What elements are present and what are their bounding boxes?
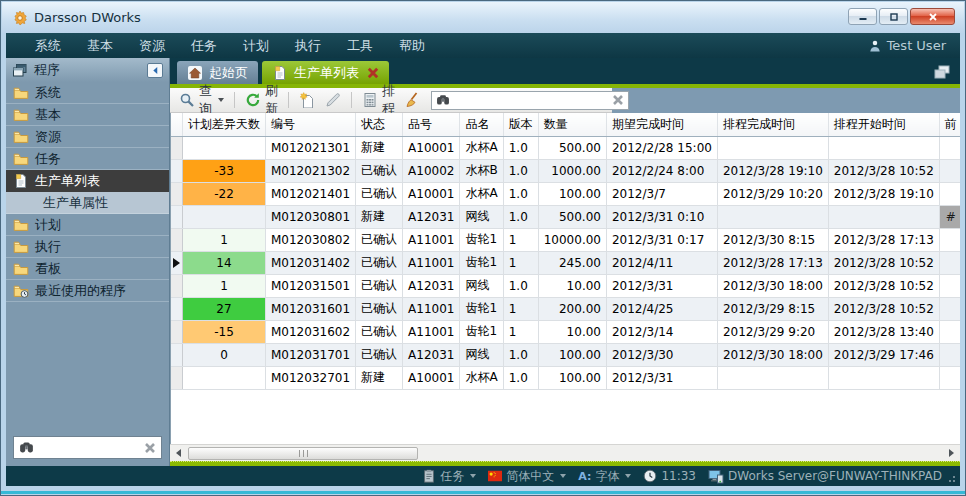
table-row[interactable]: 1M012030802已确认A11001齿轮1110000.002012/3/3… xyxy=(171,228,960,251)
cell[interactable]: 500.00 xyxy=(538,205,606,228)
column-header[interactable]: 排程完成时间 xyxy=(717,113,828,136)
table-search-input[interactable] xyxy=(454,92,608,108)
column-header[interactable]: 品号 xyxy=(403,113,460,136)
table-search-clear-icon[interactable] xyxy=(612,94,624,106)
cell[interactable]: A12031 xyxy=(403,343,460,366)
row-selector[interactable] xyxy=(171,159,183,182)
cell[interactable]: 245.00 xyxy=(538,251,606,274)
diff-days-cell[interactable]: -15 xyxy=(183,320,266,343)
sidebar-search-input[interactable] xyxy=(39,440,139,456)
menu-item[interactable]: 帮助 xyxy=(386,37,438,55)
cell[interactable]: 2012/3/28 10:52 xyxy=(828,297,939,320)
cell[interactable]: 1.0 xyxy=(503,274,538,297)
cell[interactable] xyxy=(939,228,960,251)
diff-days-cell[interactable]: -22 xyxy=(183,182,266,205)
cell[interactable]: 2012/3/29 8:15 xyxy=(717,297,828,320)
minimize-button[interactable] xyxy=(848,8,877,25)
cell[interactable] xyxy=(717,205,828,228)
cell[interactable]: A11001 xyxy=(403,228,460,251)
cell[interactable] xyxy=(939,136,960,159)
table-row[interactable]: -15M012031602已确认A11001齿轮1110.002012/3/14… xyxy=(171,320,960,343)
cell[interactable]: 2012/4/25 xyxy=(606,297,717,320)
cell[interactable]: 1.0 xyxy=(503,366,538,389)
column-header[interactable]: 版本 xyxy=(503,113,538,136)
cell[interactable] xyxy=(939,274,960,297)
cell[interactable]: 2012/3/29 17:46 xyxy=(828,343,939,366)
cell[interactable]: 100.00 xyxy=(538,366,606,389)
cell[interactable]: 水杯B xyxy=(460,159,503,182)
diff-days-cell[interactable] xyxy=(183,136,266,159)
cell[interactable]: 齿轮1 xyxy=(460,228,503,251)
cell[interactable]: 2012/3/30 18:00 xyxy=(717,274,828,297)
sidebar-item[interactable]: 计划 xyxy=(6,214,169,236)
sidebar-item[interactable]: 最近使用的程序 xyxy=(6,280,169,302)
cell[interactable] xyxy=(939,159,960,182)
cell[interactable]: 网线 xyxy=(460,205,503,228)
row-selector[interactable] xyxy=(171,320,183,343)
cell[interactable]: 2012/3/28 10:52 xyxy=(828,251,939,274)
diff-days-cell[interactable]: 1 xyxy=(183,274,266,297)
cell[interactable]: M012032701 xyxy=(266,366,356,389)
cell[interactable]: 2012/3/29 9:20 xyxy=(717,320,828,343)
cell[interactable]: 2012/4/11 xyxy=(606,251,717,274)
diff-days-cell[interactable]: 0 xyxy=(183,343,266,366)
cell[interactable]: 2012/3/31 0:10 xyxy=(606,205,717,228)
cell[interactable]: A11001 xyxy=(403,251,460,274)
sidebar-item[interactable]: 资源 xyxy=(6,126,169,148)
cell[interactable]: 1 xyxy=(503,251,538,274)
cell[interactable]: 1 xyxy=(503,297,538,320)
cell[interactable] xyxy=(939,182,960,205)
cell[interactable]: M012021302 xyxy=(266,159,356,182)
cell[interactable]: M012031602 xyxy=(266,320,356,343)
diff-days-cell[interactable]: 14 xyxy=(183,251,266,274)
cell[interactable]: M012021301 xyxy=(266,136,356,159)
cell[interactable]: 2012/3/29 10:20 xyxy=(717,182,828,205)
cell[interactable]: 2012/3/30 xyxy=(606,343,717,366)
column-header[interactable]: 品名 xyxy=(460,113,503,136)
cell[interactable]: 1 xyxy=(503,320,538,343)
column-header[interactable]: 前 xyxy=(939,113,960,136)
row-selector[interactable] xyxy=(171,136,183,159)
cell[interactable]: A10002 xyxy=(403,159,460,182)
cell[interactable]: 1.0 xyxy=(503,343,538,366)
cell[interactable]: 100.00 xyxy=(538,182,606,205)
column-header[interactable]: 排程开始时间 xyxy=(828,113,939,136)
scrollbar-thumb[interactable] xyxy=(188,447,418,460)
cell[interactable] xyxy=(828,136,939,159)
table-row[interactable]: 27M012031601已确认A11001齿轮11200.002012/4/25… xyxy=(171,297,960,320)
language-status-item[interactable]: 简体中文 xyxy=(488,468,566,485)
sidebar-search-clear-icon[interactable] xyxy=(144,442,156,454)
table-row[interactable]: 14M012031402已确认A11001齿轮11245.002012/4/11… xyxy=(171,251,960,274)
overflow-marker-cell[interactable]: # xyxy=(939,205,960,228)
diff-days-cell[interactable] xyxy=(183,366,266,389)
tasks-status-item[interactable]: 任务 xyxy=(422,468,476,485)
cell[interactable]: 已确认 xyxy=(356,251,403,274)
window-list-icon[interactable] xyxy=(934,65,950,79)
cell[interactable]: 2012/3/31 xyxy=(606,366,717,389)
row-selector[interactable] xyxy=(171,343,183,366)
cell[interactable] xyxy=(717,366,828,389)
scroll-right-icon[interactable] xyxy=(943,446,959,461)
cell[interactable]: 2012/3/28 10:52 xyxy=(828,159,939,182)
table-row[interactable]: 1M012031501已确认A12031网线1.010.002012/3/312… xyxy=(171,274,960,297)
tab[interactable]: 起始页 xyxy=(177,61,258,84)
new-order-button[interactable] xyxy=(295,90,319,110)
cell[interactable]: 网线 xyxy=(460,343,503,366)
menu-item[interactable]: 系统 xyxy=(22,37,74,55)
cell[interactable]: 齿轮1 xyxy=(460,297,503,320)
cell[interactable]: 2012/3/7 xyxy=(606,182,717,205)
cell[interactable]: 500.00 xyxy=(538,136,606,159)
cell[interactable]: M012031701 xyxy=(266,343,356,366)
cell[interactable] xyxy=(828,205,939,228)
cell[interactable]: M012031402 xyxy=(266,251,356,274)
maximize-button[interactable] xyxy=(879,8,908,25)
menu-item[interactable]: 任务 xyxy=(178,37,230,55)
user-box[interactable]: Test User xyxy=(868,38,946,53)
cell[interactable]: 已确认 xyxy=(356,228,403,251)
cell[interactable]: 已确认 xyxy=(356,297,403,320)
cell[interactable]: A12031 xyxy=(403,205,460,228)
column-header[interactable]: 编号 xyxy=(266,113,356,136)
table-row[interactable]: M012030801新建A12031网线1.0500.002012/3/31 0… xyxy=(171,205,960,228)
cell[interactable]: 齿轮1 xyxy=(460,251,503,274)
cell[interactable]: 2012/2/24 8:00 xyxy=(606,159,717,182)
